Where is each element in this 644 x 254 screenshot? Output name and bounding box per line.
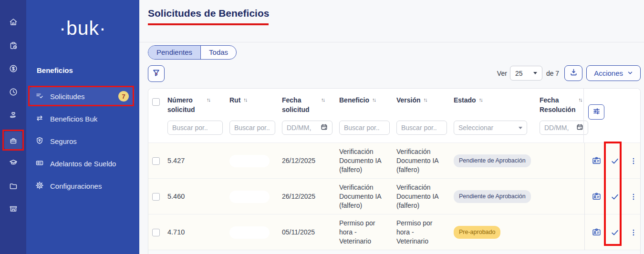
graduation-icon[interactable] <box>8 157 19 168</box>
total-count-label: de 7 <box>546 70 559 77</box>
sort-icon[interactable]: ↑↓ <box>578 96 582 104</box>
column-header-numero: Número solicitud <box>167 95 204 115</box>
main-content: Solicitudes de Beneficios Pendientes Tod… <box>139 0 644 254</box>
table-row[interactable]: 5.427 26/12/2025 Verificación Documento … <box>148 142 640 178</box>
redacted-rut <box>229 155 270 167</box>
dots-vertical-icon[interactable] <box>628 192 639 202</box>
sidebar-section-title: Beneficios <box>37 66 73 74</box>
header-divider <box>139 42 644 42</box>
row-actions <box>584 214 640 250</box>
select-all-checkbox[interactable] <box>152 98 160 106</box>
sidebar-item-beneficios-buk[interactable]: Beneficios Buk <box>30 110 135 128</box>
calendar-icon <box>576 123 583 132</box>
table-row[interactable]: 5.460 26/12/2025 Verificación Documento … <box>148 178 640 214</box>
beneficio-cell: Verificación Documento IA (falfero) <box>339 147 396 174</box>
status-badge: Pre-aprobado <box>454 226 500 239</box>
version-cell: Verificación Documento IA (falfero) <box>396 147 454 174</box>
sort-icon[interactable]: ↑↓ <box>372 96 375 104</box>
table-header: Número solicitud↑↓ Rut↑↓ Fecha solicitud… <box>148 89 640 142</box>
sidebar-item-configuraciones[interactable]: Configuraciones <box>30 177 135 195</box>
row-actions <box>584 179 640 214</box>
pending-count-badge: 7 <box>118 91 129 102</box>
sort-icon[interactable]: ↑↓ <box>207 96 210 104</box>
estado-cell: Pendiente de Aprobación <box>454 154 540 167</box>
numero-filter-input[interactable] <box>167 121 223 135</box>
column-header-rut: Rut <box>229 95 240 105</box>
gear-icon <box>35 181 44 191</box>
toolbar-right: Ver 25 de 7 Acciones <box>497 65 641 81</box>
version-cell: Permiso por hora - Veterinario <box>396 219 454 246</box>
numero-cell: 4.710 <box>167 228 229 237</box>
filter-button[interactable] <box>148 65 165 82</box>
sidebar: ·buk· Beneficios Solicitudes 7 Beneficio… <box>26 0 139 254</box>
beneficio-filter-input[interactable] <box>339 121 390 135</box>
tab-todas[interactable]: Todas <box>201 46 236 59</box>
approve-check-icon[interactable] <box>610 156 620 166</box>
acciones-button[interactable]: Acciones <box>586 65 641 81</box>
storefront-icon[interactable] <box>8 203 19 214</box>
version-filter-input[interactable] <box>396 121 447 135</box>
table-row[interactable]: 4.710 05/11/2025 Permiso por hora - Vete… <box>148 214 640 250</box>
id-card-icon[interactable] <box>591 227 602 238</box>
redacted-rut <box>229 191 270 203</box>
beneficio-cell: Permiso por hora - Veterinario <box>339 219 396 246</box>
id-card-icon[interactable] <box>591 156 602 166</box>
numero-cell: 5.427 <box>167 156 229 166</box>
tab-group: Pendientes Todas <box>148 45 237 60</box>
beneficio-cell: Verificación Documento IA (falfero) <box>339 183 396 210</box>
table-row-partial <box>148 250 640 254</box>
status-badge: Pendiente de Aprobación <box>454 154 531 167</box>
app-window: ·buk· Beneficios Solicitudes 7 Beneficio… <box>0 0 644 254</box>
column-settings-button[interactable] <box>588 104 604 120</box>
fecha-filter-input[interactable]: DD/MM, <box>282 121 332 135</box>
fecha-res-filter-input[interactable]: DD/MM, <box>540 121 588 135</box>
rut-cell <box>229 226 282 239</box>
page-size-select[interactable]: 25 <box>510 66 542 81</box>
clock-icon[interactable] <box>8 87 19 97</box>
sort-icon[interactable]: ↑↓ <box>479 96 482 104</box>
chevron-down-icon <box>519 127 522 129</box>
shield-icon <box>35 136 44 146</box>
row-checkbox[interactable] <box>152 157 160 165</box>
approve-check-icon[interactable] <box>610 227 620 238</box>
chevron-down-icon <box>533 72 537 74</box>
acciones-label: Acciones <box>594 69 623 77</box>
id-card-icon[interactable] <box>591 192 602 202</box>
sidebar-item-label: Beneficios Buk <box>50 115 97 123</box>
sidebar-item-label: Configuraciones <box>50 182 102 190</box>
numero-cell: 5.460 <box>167 192 229 202</box>
download-button[interactable] <box>564 65 582 81</box>
folder-icon[interactable] <box>8 181 19 192</box>
row-checkbox[interactable] <box>152 229 160 236</box>
rut-cell <box>229 155 282 167</box>
status-badge: Pendiente de Aprobación <box>454 190 531 203</box>
funnel-icon <box>152 69 160 79</box>
icon-rail <box>0 0 26 254</box>
tab-pendientes[interactable]: Pendientes <box>148 46 201 59</box>
sidebar-item-label: Adelantos de Sueldo <box>50 160 116 168</box>
sort-icon[interactable]: ↑↓ <box>321 96 324 104</box>
clipboard-clock-icon[interactable] <box>8 41 19 51</box>
dollar-icon[interactable] <box>8 63 19 74</box>
approve-check-icon[interactable] <box>610 192 620 202</box>
chevron-down-icon <box>627 69 633 77</box>
estado-cell: Pendiente de Aprobación <box>454 190 540 203</box>
hand-heart-icon[interactable] <box>8 110 19 120</box>
home-icon[interactable] <box>8 17 19 27</box>
dots-vertical-icon[interactable] <box>628 156 639 166</box>
row-actions <box>584 143 640 179</box>
rut-filter-input[interactable] <box>229 121 275 135</box>
sort-icon[interactable]: ↑↓ <box>424 96 427 104</box>
sort-icon[interactable]: ↑↓ <box>243 96 247 104</box>
estado-filter-select[interactable]: Seleccionar <box>454 121 527 135</box>
row-checkbox[interactable] <box>152 193 160 201</box>
redacted-rut <box>229 226 270 239</box>
dots-vertical-icon[interactable] <box>628 227 639 238</box>
swap-arrows-icon <box>35 114 44 124</box>
sidebar-item-adelantos[interactable]: Adelantos de Sueldo <box>30 154 135 173</box>
sidebar-item-solicitudes[interactable]: Solicitudes 7 <box>30 87 135 105</box>
sidebar-item-seguros[interactable]: Seguros <box>30 132 135 150</box>
column-header-fecha-res: Fecha Resolución <box>540 95 575 115</box>
version-cell: Verificación Documento IA (falfero) <box>396 183 454 210</box>
briefcase-icon[interactable] <box>8 135 19 146</box>
